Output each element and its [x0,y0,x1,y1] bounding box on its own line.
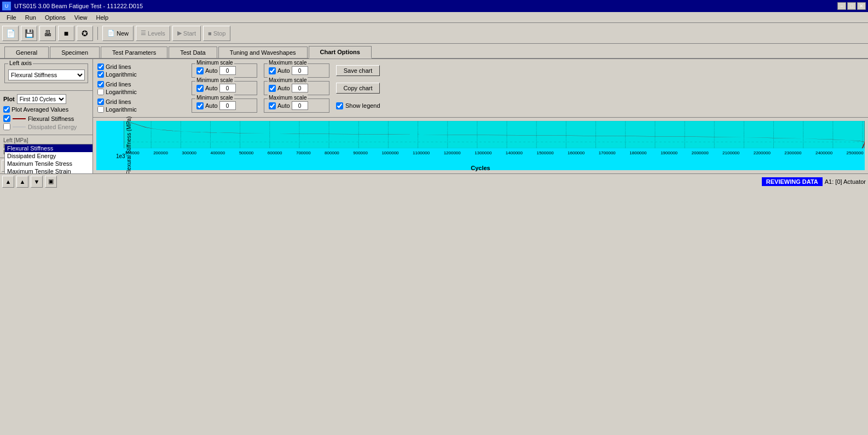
left-gridlines-label: Grid lines [106,63,131,70]
min-scale-label-1: Minimum scale [195,60,234,66]
tab-specimen[interactable]: Specimen [50,47,100,58]
show-legend-label: Show legend [345,102,380,109]
dropdown-list[interactable]: Flexural Stiffness Dissipated Energy Max… [4,144,93,173]
save-chart-button[interactable]: Save chart [336,65,380,76]
status-btn-up[interactable]: ▲ [16,176,28,188]
legend-entry-dissipated: Dissipated Energy [3,123,89,130]
menu-view[interactable]: View [70,14,92,21]
max-auto-cb-3[interactable] [269,102,276,109]
dropdown-item-max-tensile-strain[interactable]: Maximum Tensile Strain [5,167,92,173]
min-auto-cb-3[interactable] [196,102,204,109]
plot-averaged-label: Plot Averaged Values [11,106,68,113]
right-gridlines-label: Grid lines [106,81,131,88]
tab-general[interactable]: General [4,47,49,58]
x-axis-ticks: 100000 200000 300000 400000 500000 60000… [124,148,865,170]
max-val-input-1[interactable] [292,66,308,75]
max-val-input-3[interactable] [292,101,308,110]
new-icon: 📄 [107,30,115,37]
chart-action-btns-2: Copy chart [336,83,380,94]
min-auto-label-1: Auto [205,67,218,74]
chart-canvas-container: Flexural Stiffness (MPa) 1e3 [96,121,865,170]
dropdown-item-max-tensile-stress[interactable]: Maximum Tensile Stress [5,160,92,167]
right-gridlines-cb[interactable] [97,81,104,88]
min-auto-cb-1[interactable] [196,67,204,74]
start-button[interactable]: ▶ Start [172,26,201,41]
toolbar-btn-3[interactable]: 🖶 [39,26,56,41]
bottom-log-label: Logarithmic [106,106,137,113]
min-val-input-1[interactable] [219,66,236,75]
right-log-label: Logarithmic [106,89,137,95]
status-bar: ▲ ▲ ▼ ▣ REVIEWING DATA A1: [0] Actuator [0,173,868,189]
min-scale-label-2: Minimum scale [195,77,234,83]
min-val-input-3[interactable] [219,101,236,110]
legend-line-dissipated [13,126,26,127]
new-button[interactable]: 📄 New [102,26,134,41]
plot-label: Plot [3,96,15,102]
maximize-button[interactable]: □ [847,2,856,10]
max-auto-cb-1[interactable] [269,67,276,74]
tabs-bar: General Specimen Test Parameters Test Da… [0,44,868,59]
status-btn-cam[interactable]: ▣ [45,176,57,188]
left-axis-dropdown[interactable]: Flexural Stiffness Dissipated Energy Max… [8,69,85,80]
menu-help[interactable]: Help [92,14,113,21]
levels-button[interactable]: ☰ Levels [136,26,170,41]
dropdown-item-flexural[interactable]: Flexural Stiffness [5,144,92,152]
toolbar-btn-5[interactable]: ✪ [77,26,93,41]
max-scale-label-1: Maximum scale [268,60,308,66]
plot-controls: Plot First 10 Cycles All Cycles Plot Ave… [0,90,92,135]
left-gridlines-cb[interactable] [97,63,104,70]
legend-entry-flexural: Flexural Stiffness [3,115,89,122]
stop-button[interactable]: ■ Stop [203,26,230,41]
status-btn-down[interactable]: ▼ [31,176,43,188]
plot-dropdown[interactable]: First 10 Cycles All Cycles [17,94,66,104]
toolbar-sep-1 [97,27,98,40]
legend-cb-flexural[interactable] [3,115,10,122]
max-auto-label-2: Auto [277,85,290,91]
min-auto-label-3: Auto [205,102,218,109]
bottom-gridlines-label: Grid lines [106,98,131,105]
toolbar: 📄 💾 🖶 ■ ✪ 📄 New ☰ Levels ▶ Start ■ Stop [0,23,868,44]
right-log-cb[interactable] [97,89,104,95]
bottom-log-cb[interactable] [97,106,104,113]
status-btn-1[interactable]: ▲ [2,176,14,188]
tab-test-data[interactable]: Test Data [169,47,217,58]
left-axis-label: Left axis [8,60,33,66]
tab-test-parameters[interactable]: Test Parameters [101,47,167,58]
left-axis-info: Left [MPa] [3,137,89,143]
plot-averaged-checkbox[interactable] [3,106,10,113]
show-legend-cb[interactable] [336,102,343,109]
y-axis-label: Flexural Stiffness (MPa) [126,117,132,173]
left-sidebar: Left axis Flexural Stiffness Dissipated … [0,59,93,173]
content-area: Left axis Flexural Stiffness Dissipated … [0,59,868,173]
tab-tuning[interactable]: Tuning and Waveshapes [218,47,308,58]
max-val-input-2[interactable] [292,84,308,92]
max-auto-cb-2[interactable] [269,85,276,92]
svg-rect-0 [124,121,865,148]
min-auto-cb-2[interactable] [196,85,204,92]
legend-line-flexural [13,118,26,119]
x-axis-label: Cycles [471,165,490,171]
window-title: UTS015 3.00 Beam Fatigue Test - 111222.D… [14,3,143,9]
toolbar-btn-2[interactable]: 💾 [21,26,37,41]
close-button[interactable]: ✕ [857,2,866,10]
bottom-gridlines-cb[interactable] [97,98,104,105]
minimize-button[interactable]: − [837,2,846,10]
left-log-label: Logarithmic [106,71,137,78]
max-scale-label-2: Maximum scale [268,77,308,83]
max-scale-label-3: Maximum scale [268,95,308,101]
min-val-input-2[interactable] [219,84,236,92]
copy-chart-button[interactable]: Copy chart [336,83,380,94]
menu-file[interactable]: File [2,14,21,21]
toolbar-btn-1[interactable]: 📄 [2,26,19,41]
menu-options[interactable]: Options [40,14,70,21]
legend-cb-dissipated[interactable] [3,123,10,130]
bottom-axis-options-row: Grid lines Logarithmic Minimum scale Aut… [97,98,864,113]
max-auto-label-3: Auto [277,102,290,109]
toolbar-btn-4[interactable]: ■ [58,26,74,41]
tab-chart-options[interactable]: Chart Options [309,46,372,59]
left-axis-options-row: Grid lines Logarithmic Minimum scale Aut… [97,63,864,78]
dropdown-item-dissipated[interactable]: Dissipated Energy [5,152,92,160]
actuator-info: A1: [0] Actuator [825,178,866,185]
menu-run[interactable]: Run [21,14,40,21]
left-log-cb[interactable] [97,71,104,78]
